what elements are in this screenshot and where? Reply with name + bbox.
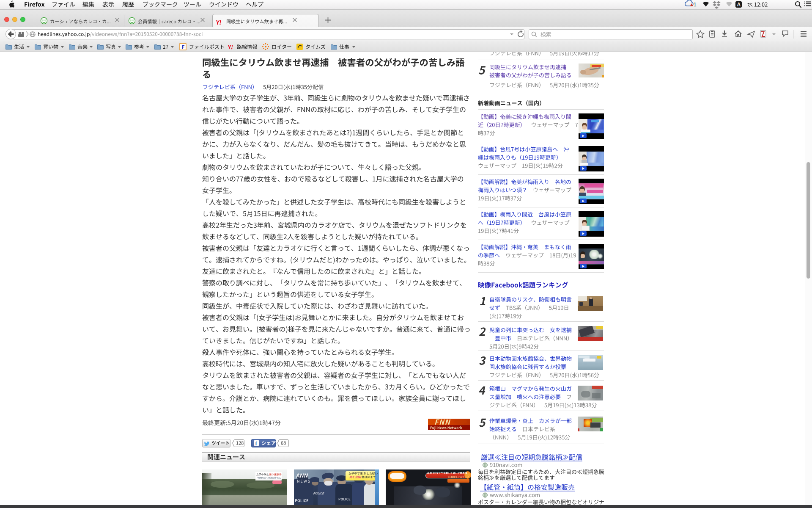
svg-text:A: A — [737, 2, 741, 8]
svg-text:1: 1 — [694, 2, 697, 8]
svg-text:f: f — [255, 440, 258, 447]
